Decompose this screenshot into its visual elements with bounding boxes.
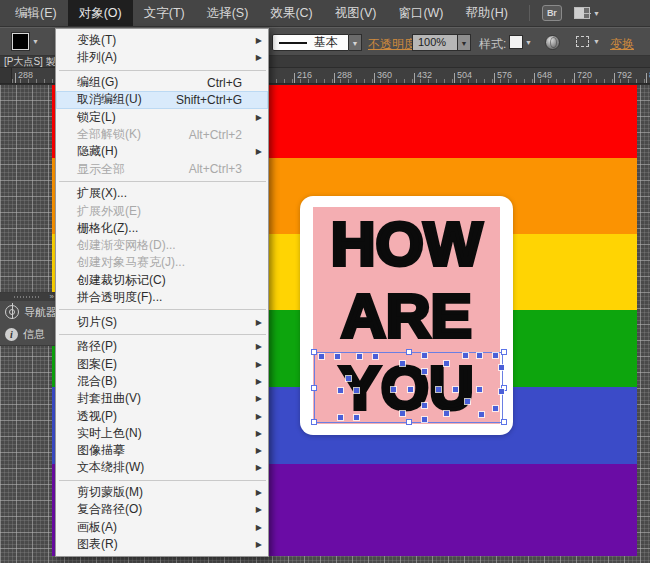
- anchor-point[interactable]: [373, 354, 378, 359]
- document-setup-globe-icon[interactable]: [545, 35, 560, 50]
- brush-dropdown-button[interactable]: ▼: [349, 34, 362, 51]
- anchor-point[interactable]: [422, 369, 427, 374]
- opacity-dropdown-button[interactable]: ▼: [458, 34, 471, 51]
- menu-item[interactable]: 锁定(L)▶: [56, 109, 268, 126]
- anchor-point[interactable]: [400, 361, 405, 366]
- menu-separator: [59, 181, 266, 182]
- selection-handle[interactable]: [501, 419, 507, 425]
- anchor-point[interactable]: [477, 353, 482, 358]
- menubar-item[interactable]: 效果(C): [259, 0, 323, 26]
- anchor-point[interactable]: [493, 406, 498, 411]
- anchor-point[interactable]: [436, 387, 441, 392]
- menu-item[interactable]: 透视(P)▶: [56, 407, 268, 424]
- sticker-text-line[interactable]: ARE: [313, 280, 500, 352]
- anchor-point[interactable]: [354, 415, 359, 420]
- menu-item[interactable]: 拼合透明度(F)...: [56, 289, 268, 306]
- menu-item[interactable]: 实时上色(N)▶: [56, 425, 268, 442]
- selection-handle[interactable]: [406, 349, 412, 355]
- menu-item[interactable]: 排列(A)▶: [56, 49, 268, 66]
- style-swatch[interactable]: [509, 35, 523, 49]
- menu-item: 创建对象马赛克(J)...: [56, 254, 268, 271]
- selection-handle[interactable]: [311, 419, 317, 425]
- chevron-down-icon[interactable]: ▼: [525, 39, 532, 46]
- anchor-point[interactable]: [346, 376, 351, 381]
- anchor-point[interactable]: [444, 411, 449, 416]
- menubar-right-tools: Br ▼: [529, 0, 600, 26]
- menubar-item[interactable]: 帮助(H): [455, 0, 519, 26]
- menubar-item[interactable]: 视图(V): [324, 0, 388, 26]
- anchor-point[interactable]: [453, 387, 458, 392]
- fill-color-swatch[interactable]: [12, 33, 29, 50]
- anchor-point[interactable]: [493, 353, 498, 358]
- menu-item[interactable]: 编组(G)Ctrl+G: [56, 74, 268, 91]
- select-similar-control[interactable]: ▼: [576, 36, 600, 47]
- anchor-point[interactable]: [422, 353, 427, 358]
- bridge-button[interactable]: Br: [542, 5, 562, 21]
- menu-item[interactable]: 取消编组(U)Shift+Ctrl+G: [56, 91, 268, 108]
- menu-item[interactable]: 图案(E)▶: [56, 356, 268, 373]
- selection-handle[interactable]: [311, 349, 317, 355]
- anchor-point[interactable]: [499, 365, 504, 370]
- menu-item[interactable]: 创建裁切标记(C): [56, 272, 268, 289]
- menu-item[interactable]: 画板(A)▶: [56, 519, 268, 536]
- anchor-point[interactable]: [499, 389, 504, 394]
- brush-name-label: 基本: [314, 34, 338, 51]
- brush-definition-box[interactable]: 基本: [272, 34, 349, 51]
- menu-item[interactable]: 变换(T)▶: [56, 32, 268, 49]
- menu-item[interactable]: 栅格化(Z)...: [56, 220, 268, 237]
- anchor-point[interactable]: [465, 399, 470, 404]
- menu-item[interactable]: 图表(R)▶: [56, 536, 268, 553]
- menu-item[interactable]: 复合路径(O)▶: [56, 501, 268, 518]
- menu-separator: [59, 334, 266, 335]
- menu-item[interactable]: 剪切蒙版(M)▶: [56, 484, 268, 501]
- workspace-switcher-button[interactable]: ▼: [574, 7, 600, 19]
- menubar-item[interactable]: 选择(S): [196, 0, 260, 26]
- chevron-down-icon: ▼: [593, 10, 600, 17]
- anchor-point[interactable]: [463, 353, 468, 358]
- menu-separator: [59, 70, 266, 71]
- menubar-item[interactable]: 文字(T): [133, 0, 196, 26]
- anchor-point[interactable]: [479, 412, 484, 417]
- menubar-item[interactable]: 编辑(E): [4, 0, 68, 26]
- selection-handle[interactable]: [311, 385, 317, 391]
- panel-tab-info[interactable]: i 信息: [0, 323, 56, 345]
- anchor-point[interactable]: [335, 354, 340, 359]
- anchor-point[interactable]: [338, 415, 343, 420]
- anchor-point[interactable]: [444, 361, 449, 366]
- sticker-text-line[interactable]: HOW: [313, 208, 500, 280]
- anchor-point[interactable]: [422, 417, 427, 422]
- selection-handle[interactable]: [501, 349, 507, 355]
- opacity-value-field[interactable]: 100%: [412, 34, 458, 51]
- menu-item[interactable]: 混合(B)▶: [56, 373, 268, 390]
- selection-handle[interactable]: [406, 419, 412, 425]
- ruler-major-tick: [454, 73, 455, 83]
- expand-panels-icon[interactable]: »: [50, 292, 54, 301]
- menu-item[interactable]: 图像描摹▶: [56, 442, 268, 459]
- stroke-preview-line: [279, 42, 307, 44]
- anchor-point[interactable]: [338, 388, 343, 393]
- anchor-point[interactable]: [391, 387, 396, 392]
- menubar-item[interactable]: 对象(O): [68, 0, 133, 26]
- menubar-item[interactable]: 窗口(W): [387, 0, 454, 26]
- dock-header[interactable]: »: [0, 293, 56, 301]
- anchor-point[interactable]: [422, 403, 427, 408]
- menu-item[interactable]: 切片(S)▶: [56, 314, 268, 331]
- menu-item[interactable]: 扩展(X)...: [56, 185, 268, 202]
- transform-link[interactable]: 变换: [610, 36, 634, 53]
- menu-item[interactable]: 封套扭曲(V)▶: [56, 390, 268, 407]
- submenu-arrow-icon: ▶: [254, 412, 262, 421]
- anchor-point[interactable]: [477, 387, 482, 392]
- anchor-point[interactable]: [357, 354, 362, 359]
- ruler-number: 288: [337, 70, 352, 80]
- menu-item[interactable]: 隐藏(H)▶: [56, 143, 268, 160]
- anchor-point[interactable]: [408, 387, 413, 392]
- menu-item[interactable]: 文本绕排(W)▶: [56, 459, 268, 476]
- panel-tab-navigator[interactable]: 导航器: [0, 301, 56, 323]
- document-tab-title[interactable]: [P大点S] 製: [4, 56, 56, 68]
- anchor-point[interactable]: [319, 354, 324, 359]
- chevron-down-icon[interactable]: ▼: [32, 38, 39, 45]
- menu-item[interactable]: 路径(P)▶: [56, 338, 268, 355]
- anchor-point[interactable]: [400, 411, 405, 416]
- selection-bounding-box[interactable]: [314, 352, 503, 423]
- anchor-point[interactable]: [354, 388, 359, 393]
